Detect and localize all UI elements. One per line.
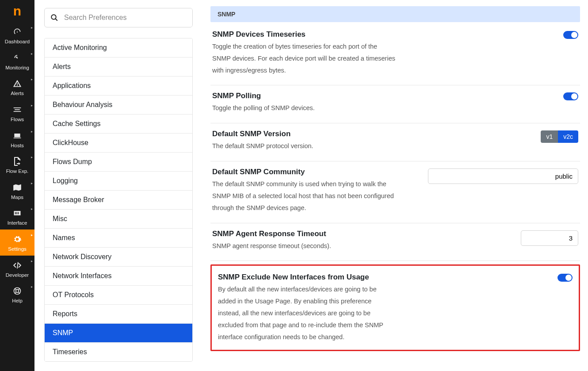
setting-title: SNMP Devices Timeseries bbox=[212, 30, 395, 39]
nav-flow-exporters[interactable]: ▸ Flow Exp. bbox=[0, 152, 34, 178]
setting-desc: Toggle the creation of bytes timeseries … bbox=[212, 41, 395, 76]
chevron-right-icon: ▸ bbox=[31, 285, 33, 289]
chevron-right-icon: ▸ bbox=[31, 52, 33, 56]
svg-rect-1 bbox=[14, 107, 21, 108]
settings-detail: SNMP SNMP Devices Timeseries Toggle the … bbox=[202, 0, 588, 371]
prefs-item-clickhouse[interactable]: ClickHouse bbox=[45, 134, 192, 153]
setting-snmp-polling: SNMP Polling Toggle the polling of SNMP … bbox=[210, 85, 580, 123]
svg-point-5 bbox=[16, 290, 19, 293]
app-logo: n bbox=[0, 0, 34, 22]
chevron-right-icon: ▸ bbox=[31, 103, 33, 107]
nav-hosts[interactable]: ▸ Hosts bbox=[0, 126, 34, 152]
setting-desc: The default SNMP protocol version. bbox=[212, 140, 395, 152]
prefs-item-cache-settings[interactable]: Cache Settings bbox=[45, 115, 192, 134]
timeout-input[interactable] bbox=[521, 230, 578, 246]
prefs-item-flows-dump[interactable]: Flows Dump bbox=[45, 153, 192, 172]
nav-label: Flows bbox=[11, 117, 24, 122]
setting-title: SNMP Agent Response Timeout bbox=[212, 229, 395, 238]
setting-snmp-timeseries: SNMP Devices Timeseries Toggle the creat… bbox=[210, 24, 580, 85]
chevron-right-icon: ▸ bbox=[31, 233, 33, 237]
ethernet-icon bbox=[13, 208, 22, 218]
nav-alerts[interactable]: ▸ Alerts bbox=[0, 74, 34, 100]
setting-title: SNMP Polling bbox=[212, 92, 395, 100]
setting-desc: The default SNMP community is used when … bbox=[212, 178, 395, 214]
lifebuoy-icon bbox=[13, 286, 22, 296]
prefs-item-logging[interactable]: Logging bbox=[45, 172, 192, 191]
chevron-right-icon: ▸ bbox=[31, 26, 33, 30]
setting-title: Default SNMP Community bbox=[212, 168, 395, 176]
prefs-item-timeseries[interactable]: Timeseries bbox=[45, 343, 192, 361]
nav-label: Settings bbox=[8, 246, 27, 252]
toggle-snmp-exclude[interactable] bbox=[557, 274, 573, 282]
search-container bbox=[44, 8, 193, 27]
prefs-item-message-broker[interactable]: Message Broker bbox=[45, 191, 192, 210]
section-header: SNMP bbox=[210, 6, 580, 22]
prefs-item-reports[interactable]: Reports bbox=[45, 305, 192, 324]
svg-rect-2 bbox=[15, 109, 20, 110]
sidebar-nav: n ▸ Dashboard ▸ Monitoring ▸ Alerts ▸ bbox=[0, 0, 34, 371]
nav-interface[interactable]: ▸ Interface bbox=[0, 203, 34, 229]
nav-label: Maps bbox=[11, 195, 23, 200]
setting-title: SNMP Exclude New Interfaces from Usage bbox=[218, 273, 395, 282]
nav-monitoring[interactable]: ▸ Monitoring bbox=[0, 48, 34, 74]
setting-desc: SNMP agent response timeout (seconds). bbox=[212, 240, 395, 252]
preferences-list: Active MonitoringAlertsApplicationsBehav… bbox=[44, 38, 193, 362]
chevron-right-icon: ▸ bbox=[31, 181, 33, 185]
nav-label: Help bbox=[12, 298, 23, 304]
setting-desc: Toggle the polling of SNMP devices. bbox=[212, 102, 395, 114]
nav-developer[interactable]: ▸ Developer bbox=[0, 256, 34, 282]
nav-label: Hosts bbox=[11, 143, 23, 149]
version-button-group: v1 v2c bbox=[541, 130, 578, 143]
setting-snmp-community: Default SNMP Community The default SNMP … bbox=[210, 161, 580, 223]
prefs-item-applications[interactable]: Applications bbox=[45, 76, 192, 96]
nav-settings[interactable]: ▸ Settings bbox=[0, 229, 34, 256]
nav-label: Monitoring bbox=[5, 65, 29, 71]
nav-label: Dashboard bbox=[5, 39, 30, 45]
setting-snmp-version: Default SNMP Version The default SNMP pr… bbox=[210, 123, 580, 161]
chevron-right-icon: ▸ bbox=[31, 77, 33, 81]
chevron-right-icon: ▸ bbox=[31, 259, 33, 263]
prefs-item-behaviour-analysis[interactable]: Behaviour Analysis bbox=[45, 96, 192, 115]
gear-icon bbox=[13, 234, 22, 245]
setting-snmp-exclude: SNMP Exclude New Interfaces from Usage B… bbox=[218, 270, 573, 343]
setting-title: Default SNMP Version bbox=[212, 130, 395, 138]
toggle-snmp-polling[interactable] bbox=[563, 92, 578, 100]
chevron-right-icon: ▸ bbox=[31, 130, 33, 134]
nav-flows[interactable]: ▸ Flows bbox=[0, 100, 34, 126]
prefs-item-misc[interactable]: Misc bbox=[45, 210, 192, 229]
highlight-box: SNMP Exclude New Interfaces from Usage B… bbox=[210, 264, 580, 351]
satellite-icon bbox=[13, 53, 22, 63]
prefs-item-alerts[interactable]: Alerts bbox=[45, 57, 192, 76]
gauge-icon bbox=[13, 27, 22, 37]
map-icon bbox=[13, 182, 22, 193]
warning-icon bbox=[13, 78, 22, 89]
stream-icon bbox=[13, 104, 22, 115]
prefs-item-network-interfaces[interactable]: Network Interfaces bbox=[45, 267, 192, 286]
search-icon bbox=[45, 14, 64, 22]
nav-dashboard[interactable]: ▸ Dashboard bbox=[0, 22, 34, 48]
toggle-snmp-timeseries[interactable] bbox=[563, 31, 578, 39]
nav-label: Interface bbox=[8, 220, 27, 226]
search-input[interactable] bbox=[64, 8, 192, 27]
svg-rect-3 bbox=[14, 111, 21, 112]
version-v1-button[interactable]: v1 bbox=[541, 130, 558, 143]
svg-point-6 bbox=[51, 15, 56, 19]
chevron-right-icon: ▸ bbox=[31, 207, 33, 211]
prefs-item-names[interactable]: Names bbox=[45, 229, 192, 248]
laptop-icon bbox=[13, 130, 22, 141]
file-export-icon bbox=[13, 156, 21, 167]
community-input[interactable] bbox=[428, 168, 578, 184]
nav-maps[interactable]: ▸ Maps bbox=[0, 178, 34, 204]
setting-desc: By default all the new interfaces/device… bbox=[218, 283, 395, 343]
prefs-item-ot-protocols[interactable]: OT Protocols bbox=[45, 286, 192, 305]
code-icon bbox=[12, 260, 22, 271]
prefs-item-active-monitoring[interactable]: Active Monitoring bbox=[45, 38, 192, 57]
version-v2c-button[interactable]: v2c bbox=[558, 130, 578, 143]
chevron-right-icon: ▸ bbox=[31, 155, 33, 159]
prefs-item-network-discovery[interactable]: Network Discovery bbox=[45, 248, 192, 267]
svg-point-0 bbox=[17, 57, 18, 58]
nav-help[interactable]: ▸ Help bbox=[0, 281, 34, 307]
setting-snmp-timeout: SNMP Agent Response Timeout SNMP agent r… bbox=[210, 223, 580, 261]
nav-label: Developer bbox=[6, 272, 29, 278]
prefs-item-snmp[interactable]: SNMP bbox=[45, 324, 192, 343]
